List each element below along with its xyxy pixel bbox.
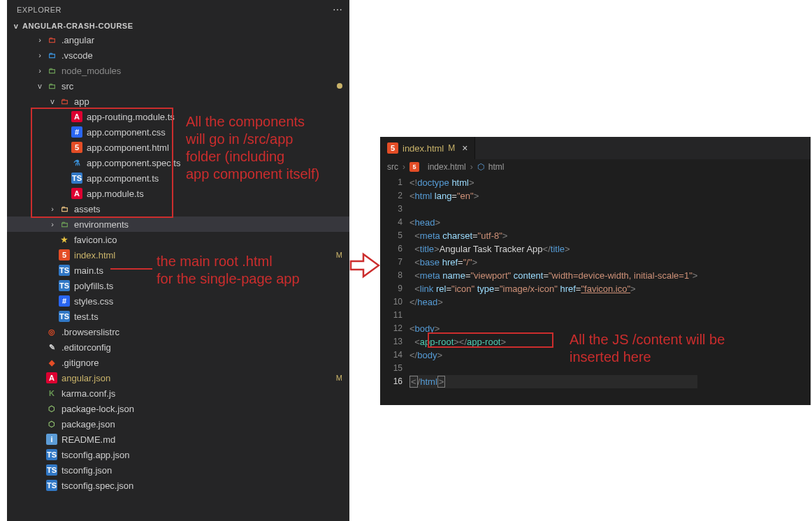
line-number: 5 xyxy=(380,229,403,242)
code-line[interactable]: </html> xyxy=(409,375,697,388)
folder-red-icon: 🗀 xyxy=(46,34,57,45)
tree-item-app[interactable]: v🗀app xyxy=(7,94,349,109)
project-root[interactable]: v ANGULAR-CRASH-COURSE xyxy=(7,20,349,32)
ng-icon: A xyxy=(46,372,57,383)
chevron-right-icon[interactable]: › xyxy=(35,51,45,59)
ts-icon: TS xyxy=(59,265,70,276)
modified-badge: M xyxy=(336,374,342,382)
code-line[interactable]: <meta name="viewport" content="width=dev… xyxy=(409,269,697,282)
pkg-icon: ⬡ xyxy=(46,403,57,414)
explorer-more-icon[interactable]: ⋯ xyxy=(333,4,343,15)
tree-item--editorconfig[interactable]: ✎.editorconfig xyxy=(7,339,349,355)
chevron-right-icon[interactable]: › xyxy=(35,66,45,75)
pkg-icon: ⬡ xyxy=(46,418,57,430)
chevron-right-icon[interactable]: › xyxy=(48,205,57,213)
chevron-right-icon: › xyxy=(403,162,405,172)
ts-icon: TS xyxy=(71,173,82,184)
line-number: 1 xyxy=(380,176,403,189)
chevron-right-icon: › xyxy=(470,162,473,172)
flask-icon: ⚗ xyxy=(71,157,82,168)
tree-item-label: tsconfig.spec.json xyxy=(61,480,342,491)
ng-icon: A xyxy=(71,188,82,199)
tree-item--vscode[interactable]: ›🗀.vscode xyxy=(7,47,349,63)
tab-modified-badge: M xyxy=(448,143,455,153)
code-line[interactable]: <!doctype html> xyxy=(409,176,697,189)
code-line[interactable]: </head> xyxy=(409,295,697,309)
code-line[interactable] xyxy=(409,309,697,322)
code-line[interactable] xyxy=(409,203,697,216)
git-icon: ◆ xyxy=(46,357,57,368)
tree-item-app-module-ts[interactable]: Aapp.module.ts xyxy=(7,186,349,201)
folder-green-icon: 🗀 xyxy=(46,65,57,76)
tree-item-package-json[interactable]: ⬡package.json xyxy=(7,416,349,432)
tree-item-tsconfig-spec-json[interactable]: TStsconfig.spec.json xyxy=(7,478,349,493)
line-number: 9 xyxy=(380,282,403,295)
chevron-down-icon[interactable]: v xyxy=(48,97,57,105)
browsers-icon: ◎ xyxy=(46,326,57,337)
tree-item-favicon-ico[interactable]: ★favicon.ico xyxy=(7,232,349,247)
html-icon: 5 xyxy=(59,249,70,260)
readme-icon: i xyxy=(46,434,57,445)
line-number: 14 xyxy=(380,348,403,362)
chevron-right-icon[interactable]: › xyxy=(48,220,57,228)
line-number: 3 xyxy=(380,203,403,216)
code-line[interactable]: <head> xyxy=(409,216,697,229)
code-line[interactable]: <html lang="en"> xyxy=(409,189,697,203)
crumb-symbol[interactable]: html xyxy=(488,162,505,172)
tree-item-tsconfig-json[interactable]: TStsconfig.json xyxy=(7,462,349,478)
editor-tab-index-html[interactable]: 5 index.html M × xyxy=(380,137,475,159)
tree-item-test-ts[interactable]: TStest.ts xyxy=(7,309,349,324)
crumb-folder[interactable]: src xyxy=(387,162,398,172)
tree-item--browserslistrc[interactable]: ◎.browserslistrc xyxy=(7,324,349,339)
tree-item-label: .browserslistrc xyxy=(61,327,342,337)
edit-icon: ✎ xyxy=(46,342,57,353)
breadcrumb[interactable]: src › 5 index.html › ⬡ html xyxy=(380,159,811,175)
tree-item-environments[interactable]: ›🗀environments xyxy=(7,217,349,232)
tree-item-angular-json[interactable]: Aangular.jsonM xyxy=(7,370,349,386)
dirty-dot-icon xyxy=(337,83,342,89)
tree-item-readme-md[interactable]: iREADME.md xyxy=(7,432,349,447)
tab-filename: index.html xyxy=(403,143,444,154)
tree-item-label: .vscode xyxy=(61,50,342,61)
tree-item-assets[interactable]: ›🗀assets xyxy=(7,201,349,217)
tree-item-label: styles.css xyxy=(74,296,342,307)
tree-item-label: app xyxy=(74,96,342,107)
tree-item--angular[interactable]: ›🗀.angular xyxy=(7,32,349,47)
chevron-down-icon[interactable]: v xyxy=(35,82,45,90)
tree-item-label: .editorconfig xyxy=(61,342,342,353)
chevron-right-icon[interactable]: › xyxy=(35,36,45,44)
code-line[interactable]: <title>Angular Task Tracker App</title> xyxy=(409,242,697,256)
line-number: 6 xyxy=(380,242,403,256)
code-line[interactable]: <link rel="icon" type="image/x-icon" hre… xyxy=(409,282,697,295)
line-number: 10 xyxy=(380,295,403,309)
ng-icon: A xyxy=(71,111,82,122)
code-line[interactable]: <meta charset="utf-8"> xyxy=(409,229,697,242)
tree-item-label: angular.json xyxy=(61,373,333,383)
editor-tabbar: 5 index.html M × xyxy=(380,137,811,159)
line-number: 13 xyxy=(380,335,403,348)
annotation-text-1: All the components will go in /src/app f… xyxy=(186,113,319,183)
crumb-file[interactable]: index.html xyxy=(428,162,466,172)
tree-item-label: favicon.ico xyxy=(74,235,342,245)
tree-item-label: src xyxy=(61,81,333,91)
karma-icon: K xyxy=(46,388,57,399)
css-icon: # xyxy=(59,295,70,307)
ts-icon: TS xyxy=(46,480,57,491)
tree-item--gitignore[interactable]: ◆.gitignore xyxy=(7,355,349,370)
tree-item-tsconfig-app-json[interactable]: TStsconfig.app.json xyxy=(7,447,349,462)
code-line[interactable]: <base href="/"> xyxy=(409,256,697,269)
tree-item-styles-css[interactable]: #styles.css xyxy=(7,293,349,309)
line-number: 16 xyxy=(380,375,403,388)
tree-item-package-lock-json[interactable]: ⬡package-lock.json xyxy=(7,401,349,416)
tree-item-karma-conf-js[interactable]: Kkarma.conf.js xyxy=(7,386,349,401)
annotation-text-2: the main root .html for the single-page … xyxy=(157,253,300,288)
tree-item-src[interactable]: v🗀src xyxy=(7,78,349,94)
close-icon[interactable]: × xyxy=(462,142,467,154)
tree-item-node-modules[interactable]: ›🗀node_modules xyxy=(7,63,349,78)
tree-item-label: tsconfig.json xyxy=(61,465,342,476)
symbol-icon: ⬡ xyxy=(477,162,484,172)
annotation-text-3: All the JS /content will be inserted her… xyxy=(570,331,725,366)
tree-item-label: tsconfig.app.json xyxy=(61,450,342,460)
annotation-connector xyxy=(110,268,152,270)
tree-item-label: package.json xyxy=(61,419,342,430)
